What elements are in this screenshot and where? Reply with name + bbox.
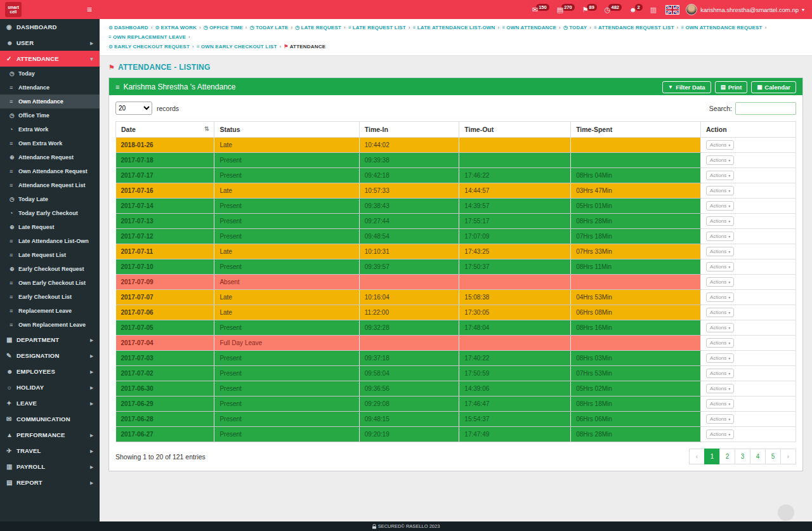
breadcrumb-dashboard[interactable]: ⊙DASHBOARD [108,23,148,32]
print-button[interactable]: ▤Print [715,81,748,93]
column-header-action[interactable]: Action [700,122,796,138]
sidebar-subitem-late-request-list[interactable]: ≡Late Request List [0,248,100,262]
breadcrumb-attendance-request-list[interactable]: ≡ATTENDANCE REQUEST LIST [594,23,674,32]
actions-button[interactable]: Actions▾ [706,262,734,272]
breadcrumb-own-attendance[interactable]: ≡OWN ATTENDANCE [502,23,556,32]
language-flag[interactable] [665,5,679,15]
pagination-page-3[interactable]: 3 [735,449,750,464]
column-header-status[interactable]: Status [214,122,359,138]
actions-button[interactable]: Actions▾ [706,338,734,348]
sidebar-subitem-own-attendance[interactable]: ≡Own Attendance [0,95,100,108]
breadcrumb-label: OWN EARLY CHECKOUT LIST [201,42,277,51]
actions-button[interactable]: Actions▾ [706,232,734,241]
column-header-time-in[interactable]: Time-In [359,122,459,138]
actions-button[interactable]: Actions▾ [706,353,734,363]
actions-button[interactable]: Actions▾ [706,292,734,302]
sidebar-subitem-early-checkout-list[interactable]: ≡Early Checkout List [0,290,100,304]
sidebar-subitem-own-early-checkout-list[interactable]: ≡Own Early Checkout List [0,276,100,290]
actions-button[interactable]: Actions▾ [706,369,734,378]
column-header-time-spent[interactable]: Time-Spent [571,122,701,138]
sidebar-item-user[interactable]: ☻USER▸ [0,35,100,51]
breadcrumb-late-request-list[interactable]: ≡LATE REQUEST LIST [348,23,406,32]
sidebar-item-travel[interactable]: ✈TRAVEL▸ [0,443,100,459]
sidebar-item-report[interactable]: ▤REPORT▸ [0,475,100,490]
breadcrumb-early-checkout-request[interactable]: ⊙EARLY CHECKOUT REQUEST [108,42,190,51]
column-header-time-out[interactable]: Time-Out [459,122,571,138]
menu-toggle-icon[interactable]: ≡ [87,4,92,15]
actions-button[interactable]: Actions▾ [706,308,734,317]
sidebar-subitem-today[interactable]: ◷Today [0,67,100,81]
sidebar-item-employees[interactable]: ☻EMPLOYEES▸ [0,364,100,379]
breadcrumb-late-request[interactable]: ◷LATE REQUEST [295,23,341,32]
filter-data-button[interactable]: ▼Filter Data [662,81,711,93]
sidebar-subitem-extra-work[interactable]: ◔Extra Work [0,122,100,136]
sidebar-item-designation[interactable]: ✎DESIGNATION▸ [0,348,100,364]
pagination-page-1[interactable]: 1 [704,449,720,464]
calendar-button[interactable]: ▦Calendar [751,81,796,93]
pagination-next[interactable]: › [780,449,796,464]
actions-button[interactable]: Actions▾ [706,414,734,424]
sidebar-subitem-late-request[interactable]: ⊕Late Request [0,220,100,234]
sidebar-item-leave[interactable]: ✦LEAVE▸ [0,395,100,411]
actions-button[interactable]: Actions▾ [706,323,734,332]
actions-button[interactable]: Actions▾ [706,155,734,165]
sidebar-item-communication[interactable]: ✉COMMUNICATION [0,411,100,427]
actions-button[interactable]: Actions▾ [706,277,734,287]
sidebar-subitem-own-replacement-leave[interactable]: ≡Own Replacement Leave [0,318,100,332]
messages-button[interactable]: ✉150 [532,6,549,14]
sidebar-item-holiday[interactable]: ☼HOLIDAY▸ [0,379,100,395]
notifications-button[interactable]: ▤270 [557,6,575,14]
sidebar-item-payroll[interactable]: ▥PAYROLL▸ [0,459,100,475]
sidebar-subitem-early-checkout-request[interactable]: ⊕Early Checkout Request [0,262,100,276]
pagination-page-5[interactable]: 5 [765,449,781,464]
sidebar-subitem-attendance-request[interactable]: ⊕Attendance Request [0,150,100,164]
breadcrumb-own-early-checkout-list[interactable]: ≡OWN EARLY CHECKOUT LIST [197,42,277,51]
chat-widget[interactable] [778,504,794,521]
actions-button[interactable]: Actions▾ [706,384,734,393]
breadcrumb-office-time[interactable]: ◷OFFICE TIME [204,23,243,32]
requests-button[interactable]: ☻2 [629,6,643,13]
sidebar-subitem-replacement-leave[interactable]: ≡Replacement Leave [0,304,100,318]
reports-button[interactable]: ▥ [650,6,657,14]
pagination-page-4[interactable]: 4 [750,449,766,464]
clock-icon: ◔ [10,126,18,133]
sidebar-subitem-today-late[interactable]: ◷Today Late [0,192,100,206]
actions-button[interactable]: Actions▾ [706,201,734,211]
sidebar-subitem-own-extra-work[interactable]: ≡Own Extra Work [0,136,100,150]
records-select[interactable]: 20 [115,102,152,115]
breadcrumb-today[interactable]: ◷TODAY [563,23,587,32]
pagination-prev[interactable]: ‹ [689,449,705,464]
sidebar-subitem-attendance[interactable]: ≡Attendance [0,81,100,95]
actions-button[interactable]: Actions▾ [706,429,734,439]
sidebar-item-department[interactable]: ▦DEPARTMENT▸ [0,332,100,348]
column-header-label: Time-Out [464,126,494,133]
actions-button[interactable]: Actions▾ [706,399,734,409]
user-menu[interactable]: karishma.shrestha@smarttel.com.np ▾ [686,4,804,15]
sidebar-subitem-office-time[interactable]: ◷Office Time [0,108,100,122]
pagination-page-2[interactable]: 2 [719,449,735,464]
sidebar-subitem-late-attendance-list-own[interactable]: ≡Late Attendance List-Own [0,234,100,248]
breadcrumb-late-attendance-list-own[interactable]: ≡LATE ATTENDANCE LIST-OWN [413,23,495,32]
breadcrumb-own-attendance-request[interactable]: ≡OWN ATTENDANCE REQUEST [681,23,763,32]
actions-button[interactable]: Actions▾ [706,171,734,180]
column-header-date[interactable]: Date⇅ [116,122,214,138]
alerts-button[interactable]: ⚑89 [582,6,597,14]
actions-button[interactable]: Actions▾ [706,140,734,150]
cell-time-out: 15:54:37 [459,412,571,427]
breadcrumb-today-late[interactable]: ◷TODAY LATE [250,23,289,32]
actions-button[interactable]: Actions▾ [706,247,734,256]
sidebar-subitem-attendance-request-list[interactable]: ≡Attendance Request List [0,178,100,192]
actions-button[interactable]: Actions▾ [706,216,734,226]
pending-button[interactable]: ◷482 [605,6,622,14]
actions-button[interactable]: Actions▾ [706,186,734,195]
sidebar-item-attendance[interactable]: ✓ATTENDANCE▾ [0,51,100,67]
sidebar-subitem-today-early-checkout[interactable]: ◔Today Early Checkout [0,206,100,220]
search-input[interactable] [735,102,796,115]
sidebar-item-dashboard[interactable]: ◉DASHBOARD [0,19,100,35]
breadcrumb-own-replacement-leave[interactable]: ≡OWN REPLACEMENT LEAVE [108,32,186,42]
app-logo[interactable]: smart cell [5,2,22,17]
sidebar-item-performance[interactable]: ▲PERFORMANCE▸ [0,427,100,443]
sidebar-subitem-own-attendance-request[interactable]: ≡Own Attendance Request [0,164,100,178]
sort-icon[interactable]: ⇅ [204,126,209,132]
breadcrumb-extra-work[interactable]: ⊙EXTRA WORK [155,23,197,32]
